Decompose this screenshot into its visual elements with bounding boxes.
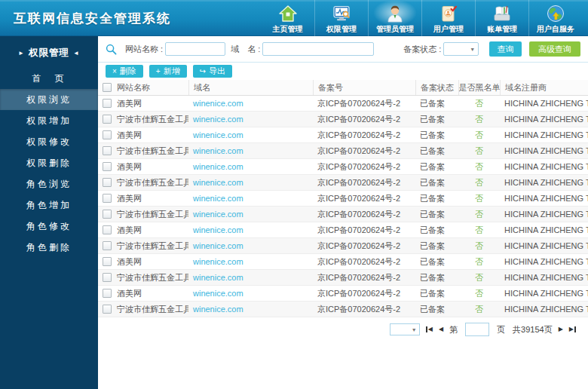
- blacklist-cell: 否: [458, 238, 500, 253]
- domain-link[interactable]: winenice.com: [193, 210, 243, 219]
- row-checkbox[interactable]: [103, 210, 112, 219]
- row-checkbox[interactable]: [103, 194, 112, 203]
- record-number-cell: 京ICP备07020624号-2: [313, 191, 415, 206]
- globe-icon: [546, 2, 565, 24]
- domain-link[interactable]: winenice.com: [193, 305, 243, 314]
- sidebar-item-perm-delete[interactable]: 权限删除: [0, 152, 98, 173]
- site-name-cell: 宁波市佳辉五金工具厂: [98, 112, 188, 127]
- action-bar: ×删除+新增↪导出: [98, 63, 588, 80]
- page-number-input[interactable]: [465, 323, 489, 336]
- delete-button[interactable]: ×删除: [106, 65, 143, 78]
- nav-item-user[interactable]: 用户管理: [421, 0, 475, 36]
- domain-link[interactable]: winenice.com: [193, 194, 243, 203]
- sidebar-item-role-delete[interactable]: 角色删除: [0, 237, 98, 258]
- row-checkbox[interactable]: [103, 225, 112, 234]
- select-all-checkbox[interactable]: [103, 83, 112, 92]
- body-wrap: ►权限管理◄ 首 页权限浏览权限增加权限修改权限删除角色浏览角色增加角色修改角色…: [0, 36, 588, 389]
- prev-page-button[interactable]: ◀: [439, 326, 443, 332]
- domain-link[interactable]: winenice.com: [193, 241, 243, 250]
- table-row: 宁波市佳辉五金工具厂winenice.com京ICP备07020624号-2已备…: [98, 112, 588, 127]
- row-checkbox[interactable]: [103, 305, 112, 314]
- domain-cell: winenice.com: [188, 302, 313, 317]
- row-checkbox[interactable]: [103, 241, 112, 250]
- header-label: 备案号: [318, 82, 343, 93]
- sidebar-item-home[interactable]: 首 页: [0, 68, 98, 89]
- domain-input[interactable]: [262, 42, 374, 56]
- query-button[interactable]: 查询: [489, 41, 522, 57]
- record-number-cell: 京ICP备07020624号-2: [313, 222, 415, 237]
- nav-item-self-service[interactable]: 用户自服务: [528, 0, 582, 36]
- domain-link[interactable]: winenice.com: [193, 178, 243, 187]
- search-bar: 网站名称 : 域 名 : 备案状态 : ▼ 查询 高级查询: [98, 36, 588, 63]
- sidebar-item-role-modify[interactable]: 角色修改: [0, 216, 98, 237]
- row-checkbox[interactable]: [103, 115, 112, 124]
- row-checkbox[interactable]: [103, 146, 112, 155]
- nav-item-home[interactable]: 主页管理: [261, 0, 314, 36]
- sidebar-item-role-add[interactable]: 角色增加: [0, 194, 98, 216]
- nav-item-billing[interactable]: 账单管理: [475, 0, 528, 36]
- site-name-input[interactable]: [165, 42, 225, 56]
- domain-cell: winenice.com: [188, 207, 313, 222]
- blacklist-value: 否: [475, 98, 483, 109]
- record-number-cell: 京ICP备07020624号-2: [313, 159, 415, 174]
- blacklist-value: 否: [475, 288, 483, 299]
- record-status-cell: 已备案: [415, 191, 458, 206]
- button-label: 删除: [120, 66, 136, 77]
- blacklist-cell: 否: [458, 96, 500, 111]
- domain-link[interactable]: winenice.com: [193, 130, 243, 139]
- sidebar-item-role-browse[interactable]: 角色浏览: [0, 173, 98, 194]
- domain-link[interactable]: winenice.com: [193, 99, 243, 108]
- table-header-cell: 是否黑名单: [458, 80, 500, 95]
- table-header-cell: 备案号: [313, 80, 415, 95]
- sidebar-item-perm-modify[interactable]: 权限修改: [0, 131, 98, 152]
- row-checkbox[interactable]: [103, 99, 112, 108]
- row-checkbox[interactable]: [103, 162, 112, 171]
- site-name-cell: 酒美网: [98, 286, 188, 301]
- domain-link[interactable]: winenice.com: [193, 146, 243, 155]
- registrar-cell: HICHINA ZHICHENG TECHNOLOGY: [500, 112, 588, 127]
- registrar-cell: HICHINA ZHICHENG TECHNOLOGY: [500, 191, 588, 206]
- blacklist-value: 否: [475, 225, 483, 236]
- nav-item-admin[interactable]: 管理员管理: [368, 0, 421, 36]
- row-checkbox[interactable]: [103, 178, 112, 187]
- row-checkbox[interactable]: [103, 273, 112, 282]
- row-checkbox[interactable]: [103, 289, 112, 298]
- last-page-button[interactable]: ▶: [569, 326, 576, 332]
- record-number-cell: 京ICP备07020624号-2: [313, 112, 415, 127]
- domain-link[interactable]: winenice.com: [193, 162, 243, 171]
- export-button[interactable]: ↪导出: [193, 65, 232, 78]
- domain-link[interactable]: winenice.com: [193, 115, 243, 124]
- registrar-cell: HICHINA ZHICHENG TECHNOLOGY: [500, 96, 588, 111]
- blacklist-value: 否: [475, 161, 483, 173]
- registrar-cell: HICHINA ZHICHENG TECHNOLOGY: [500, 254, 588, 269]
- sidebar-item-perm-browse[interactable]: 权限浏览: [0, 89, 98, 110]
- sidebar: ►权限管理◄ 首 页权限浏览权限增加权限修改权限删除角色浏览角色增加角色修改角色…: [0, 36, 98, 389]
- site-name-cell: 宁波市佳辉五金工具厂: [98, 143, 188, 158]
- chevron-down-icon: ▼: [412, 327, 417, 332]
- domain-link[interactable]: winenice.com: [193, 289, 243, 298]
- domain-link[interactable]: winenice.com: [193, 225, 243, 234]
- site-name-cell: 酒美网: [98, 127, 188, 142]
- sidebar-item-perm-add[interactable]: 权限增加: [0, 110, 98, 131]
- row-checkbox[interactable]: [103, 257, 112, 266]
- site-name: 宁波市佳辉五金工具厂: [117, 145, 188, 157]
- record-number-cell: 京ICP备07020624号-2: [313, 207, 415, 222]
- domain-link[interactable]: winenice.com: [193, 273, 243, 282]
- blacklist-value: 否: [475, 145, 483, 157]
- record-status-select[interactable]: ▼: [443, 42, 479, 56]
- page-size-select[interactable]: ▼: [390, 323, 420, 335]
- row-checkbox[interactable]: [103, 130, 112, 139]
- nav-item-permission[interactable]: 权限管理: [314, 0, 368, 36]
- advanced-query-button[interactable]: 高级查询: [529, 41, 580, 57]
- record-status-cell: 已备案: [415, 207, 458, 222]
- registrar-cell: HICHINA ZHICHENG TECHNOLOGY: [500, 207, 588, 222]
- next-page-button[interactable]: ▶: [559, 326, 563, 332]
- add-button[interactable]: +新增: [149, 65, 187, 78]
- table-header-cell: 域名注册商: [500, 80, 588, 95]
- first-page-button[interactable]: ◀: [426, 326, 433, 332]
- nav-item-label: 权限管理: [326, 24, 357, 35]
- sidebar-menu: 首 页权限浏览权限增加权限修改权限删除角色浏览角色增加角色修改角色删除: [0, 68, 98, 258]
- domain-link[interactable]: winenice.com: [193, 257, 243, 266]
- site-name-cell: 酒美网: [98, 96, 188, 111]
- site-name: 酒美网: [117, 161, 142, 173]
